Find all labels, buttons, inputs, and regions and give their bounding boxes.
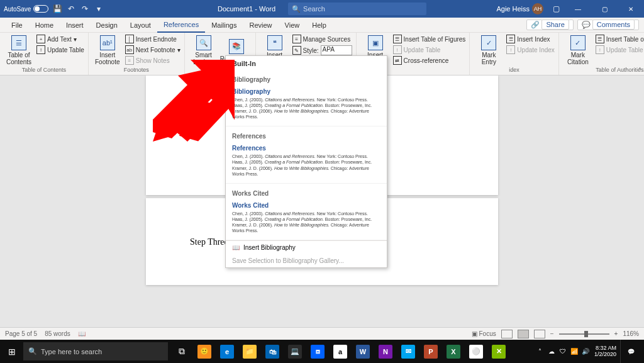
search-box[interactable]: 🔍 Search [288,3,426,15]
page-indicator[interactable]: Page 5 of 5 [5,330,37,337]
tab-references[interactable]: References [157,18,205,33]
maximize-button[interactable]: ▢ [595,0,614,18]
group-authorities: ✓Mark Citation ☰Insert Table of Authorit… [559,33,644,75]
book-icon: 📖 [232,244,240,251]
smart-lookup-button[interactable]: 🔍Smart Lookup [189,34,219,67]
insert-endnote-button[interactable]: │Insert Endnote [125,34,180,44]
index-icon: ☰ [506,35,515,43]
tray-onedrive-icon[interactable]: ☁ [547,347,557,357]
tab-home[interactable]: Home [29,18,60,33]
search-icon: 🔍 [292,5,301,13]
smart-lookup-icon: 🔍 [196,35,211,50]
ribbon-display-icon[interactable]: ▢ [551,4,561,14]
task-view-icon[interactable]: ⧉ [170,340,193,363]
researcher-icon: 📚 [229,39,244,54]
zoom-slider[interactable] [559,333,609,335]
zoom-out-icon[interactable]: − [550,330,554,337]
minimize-button[interactable]: — [569,0,587,18]
taskbar-app[interactable]: X [442,340,465,363]
tab-review[interactable]: Review [243,18,279,33]
collapse-ribbon-icon[interactable]: ˄ [638,67,641,74]
bib-gallery-item[interactable]: BibliographyChen, J. (2003). Citations a… [226,86,387,126]
taskbar-clock[interactable]: 8:32 AM 1/2/2020 [592,345,619,358]
tab-insert[interactable]: Insert [60,18,90,33]
update-authorities-button: !Update Table [596,45,644,55]
print-layout-icon[interactable] [518,330,529,338]
close-button[interactable]: ✕ [621,0,640,18]
tab-file[interactable]: File [5,18,29,33]
tray-volume-icon[interactable]: 🔊 [580,347,591,357]
autosave-label: AutoSave [4,6,31,13]
share-button[interactable]: 🔗 Share [526,20,573,30]
taskbar-app[interactable]: 🛍 [261,340,284,363]
taskbar-app[interactable]: W [352,340,374,363]
redo-icon[interactable]: ↷ [80,4,90,14]
taskbar-app[interactable]: 📁 [238,340,261,363]
tab-mailings[interactable]: Mailings [205,18,243,33]
mark-citation-button[interactable]: ✓Mark Citation [563,34,593,67]
mark-entry-button[interactable]: ✓Mark Entry [474,34,504,67]
group-index: ✓Mark Entry ☰Insert Index !Update Index … [470,33,559,75]
taskbar-app[interactable]: ✕ [487,340,510,363]
taskbar-app[interactable]: ⚪ [465,340,487,363]
save-icon[interactable]: 💾 [52,4,62,14]
tab-layout[interactable]: Layout [124,18,157,33]
spell-check-icon[interactable]: 📖 [78,330,86,337]
undo-icon[interactable]: ↶ [66,4,76,14]
toggle-off-icon [33,5,48,13]
zoom-level[interactable]: 116% [623,330,639,337]
qat-customize-icon[interactable]: ▾ [94,4,104,14]
taskbar: ⊞ 🔍Type here to search ⧉ 🙂 e 📁 🛍 💻 ⧈ a W… [0,340,644,363]
taskbar-app[interactable]: N [374,340,397,363]
web-layout-icon[interactable] [534,330,545,338]
taskbar-app[interactable]: ⧈ [306,340,329,363]
taskbar-search[interactable]: 🔍Type here to search [23,342,168,360]
endnote-icon: │ [125,35,134,43]
insert-index-button[interactable]: ☰Insert Index [506,34,555,44]
taskbar-app[interactable]: 💻 [284,340,306,363]
style-selector[interactable]: ✎Style: APA [292,45,352,56]
group-label: idex [474,67,555,74]
insert-table-figures-button[interactable]: ☰Insert Table of Figures [393,34,466,44]
insert-bibliography-item[interactable]: 📖Insert Bibliography [226,241,387,254]
next-footnote-button[interactable]: abNext Footnote ▾ [125,45,180,55]
tab-design[interactable]: Design [90,18,124,33]
manage-sources-button[interactable]: ≡Manage Sources [292,34,352,44]
taskbar-app[interactable]: P [419,340,442,363]
bib-preview-entry: Chen, J. (2003). Citations and Reference… [232,211,380,216]
table-of-contents-button[interactable]: ☰Table of Contents [4,34,34,67]
bib-gallery-item[interactable]: Works CitedChen, J. (2003). Citations an… [226,199,387,240]
tab-help[interactable]: Help [306,18,333,33]
group-toc: ☰Table of Contents +Add Text ▾ !Update T… [0,33,89,75]
status-bar: Page 5 of 5 85 words 📖 ▣ Focus − + 116% [0,327,644,340]
taskbar-app[interactable]: a [329,340,352,363]
bib-preview-entry: Haas, J. (2005). Creating a Formal Publi… [232,103,380,108]
add-text-button[interactable]: +Add Text ▾ [36,34,84,44]
start-button[interactable]: ⊞ [0,340,23,363]
update-icon: ! [506,45,515,54]
focus-mode[interactable]: ▣ Focus [472,330,496,337]
user-account[interactable]: Agie Heiss AH [496,3,543,14]
taskbar-app[interactable]: ✉ [397,340,419,363]
tray-wifi-icon[interactable]: 📶 [569,347,579,357]
tray-overflow-icon[interactable]: ˄ [535,347,545,357]
mark-citation-icon: ✓ [570,35,586,50]
taskbar-app[interactable]: 🙂 [193,340,216,363]
bib-gallery-item[interactable]: ReferencesChen, J. (2003). Citations and… [226,142,387,183]
word-count[interactable]: 85 words [45,330,70,337]
autosave-toggle[interactable]: AutoSave [4,5,48,13]
update-index-button: !Update Index [506,45,555,55]
tab-view[interactable]: View [279,18,306,33]
read-mode-icon[interactable] [501,330,513,338]
avatar: AH [532,3,543,14]
bib-section-title: References [226,126,387,142]
taskbar-app[interactable]: e [216,340,238,363]
zoom-in-icon[interactable]: + [614,330,618,337]
comments-button[interactable]: 💬 Comments [577,20,639,30]
cross-reference-button[interactable]: ⇄Cross-reference [393,55,466,65]
insert-footnote-button[interactable]: ab¹Insert Footnote [92,34,123,67]
tray-security-icon[interactable]: 🛡 [558,347,568,357]
update-table-button[interactable]: !Update Table [36,45,84,55]
action-center-icon[interactable]: 💬 [620,340,641,363]
insert-authorities-button[interactable]: ☰Insert Table of Authorities [596,34,644,44]
